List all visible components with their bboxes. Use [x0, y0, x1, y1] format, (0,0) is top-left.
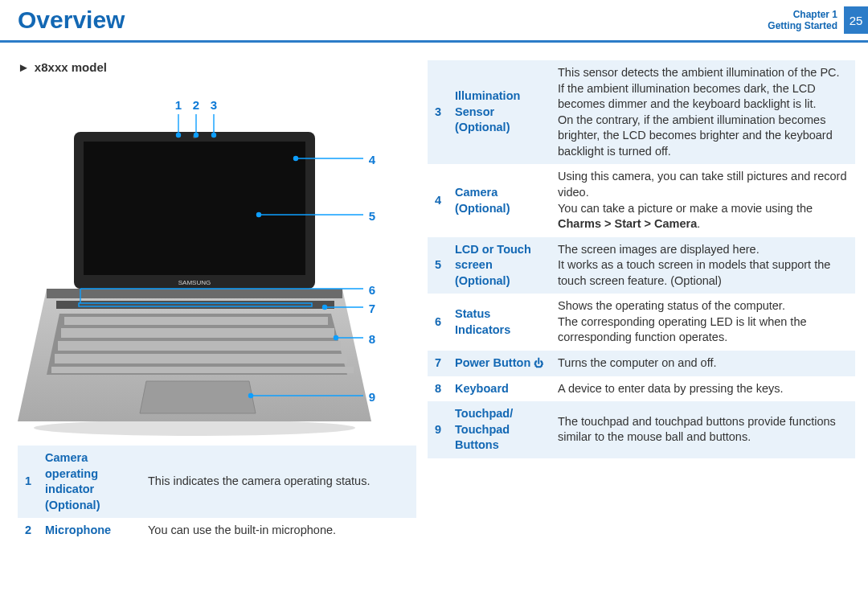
- left-column: ►x8xxx model: [18, 60, 428, 544]
- table-row: 5 LCD or Touch screen (Optional) The scr…: [428, 237, 855, 294]
- header-right: Chapter 1 Getting Started 25: [768, 6, 868, 34]
- row-label: Camera operating indicator (Optional): [39, 446, 141, 518]
- callout-3: 3: [208, 98, 219, 112]
- callout-8: 8: [366, 332, 378, 346]
- row-label: Touchpad/ Touchpad Buttons: [448, 401, 551, 458]
- laptop-diagram: SAMSUNG: [18, 92, 403, 437]
- row-desc: This sensor detects the ambient illumina…: [551, 60, 855, 164]
- table-row: 6 Status Indicators Shows the operating …: [428, 294, 855, 351]
- row-label: Microphone: [39, 518, 141, 544]
- svg-point-20: [212, 133, 216, 138]
- svg-point-31: [334, 336, 338, 340]
- table-row: 4 Camera (Optional) Using this camera, y…: [428, 164, 855, 236]
- model-heading: ►x8xxx model: [18, 60, 416, 74]
- svg-rect-10: [58, 341, 341, 351]
- svg-marker-13: [140, 381, 256, 413]
- page-content: ►x8xxx model: [0, 43, 868, 544]
- row-number: 6: [428, 294, 448, 351]
- callout-2: 2: [190, 98, 202, 112]
- svg-point-29: [323, 306, 327, 310]
- callout-5: 5: [366, 209, 378, 223]
- row-desc: The touchpad and touchpad buttons provid…: [551, 401, 855, 458]
- row-desc: Using this camera, you can take still pi…: [551, 164, 855, 236]
- callout-4: 4: [366, 153, 378, 166]
- row-desc: Shows the operating status of the comput…: [551, 294, 855, 351]
- row-label: Power Button ⏻: [448, 351, 551, 376]
- svg-point-24: [257, 213, 261, 217]
- section-label: Getting Started: [768, 20, 837, 31]
- svg-rect-12: [51, 367, 354, 373]
- svg-rect-9: [61, 328, 334, 338]
- callout-9: 9: [366, 390, 378, 404]
- table-row: 1 Camera operating indicator (Optional) …: [18, 446, 416, 518]
- play-icon: ►: [18, 60, 30, 74]
- row-label: LCD or Touch screen (Optional): [448, 237, 551, 294]
- svg-rect-6: [56, 301, 334, 309]
- table-row: 9 Touchpad/ Touchpad Buttons The touchpa…: [428, 401, 855, 458]
- callout-6: 6: [366, 283, 378, 297]
- callout-1: 1: [173, 98, 184, 112]
- row-label: Camera (Optional): [448, 164, 551, 236]
- header-meta: Chapter 1 Getting Started: [768, 9, 837, 32]
- row-desc: This indicates the camera operating stat…: [141, 446, 416, 518]
- page-header: Overview Chapter 1 Getting Started 25: [0, 0, 868, 43]
- row-number: 9: [428, 401, 448, 458]
- page-number-badge: 25: [844, 6, 868, 34]
- svg-text:SAMSUNG: SAMSUNG: [178, 279, 211, 286]
- row-desc: A device to enter data by pressing the k…: [551, 376, 855, 402]
- power-icon: ⏻: [534, 357, 543, 370]
- row-desc: You can use the built-in microphone.: [141, 518, 416, 544]
- row-desc: The screen images are displayed here. It…: [551, 237, 855, 294]
- laptop-image: SAMSUNG: [18, 92, 403, 437]
- svg-point-18: [194, 133, 199, 138]
- right-column: 3 Illumination Sensor (Optional) This se…: [428, 60, 855, 544]
- left-spec-table: 1 Camera operating indicator (Optional) …: [18, 446, 416, 544]
- row-number: 2: [18, 518, 39, 544]
- table-row: 2 Microphone You can use the built-in mi…: [18, 518, 416, 544]
- callout-7: 7: [366, 302, 378, 315]
- svg-point-33: [249, 394, 253, 398]
- row-number: 8: [428, 376, 448, 402]
- table-row: 8 Keyboard A device to enter data by pre…: [428, 376, 855, 402]
- page-title: Overview: [18, 6, 125, 34]
- svg-rect-2: [84, 142, 305, 275]
- chapter-label: Chapter 1: [768, 9, 837, 20]
- svg-rect-11: [55, 354, 347, 363]
- row-number: 3: [428, 60, 448, 164]
- row-label: Keyboard: [448, 376, 551, 402]
- svg-rect-5: [47, 289, 342, 298]
- table-row: 3 Illumination Sensor (Optional) This se…: [428, 60, 855, 164]
- row-number: 1: [18, 446, 39, 518]
- row-label: Status Indicators: [448, 294, 551, 351]
- svg-point-0: [34, 420, 355, 436]
- row-number: 5: [428, 237, 448, 294]
- row-label: Illumination Sensor (Optional): [448, 60, 551, 164]
- svg-point-16: [177, 133, 181, 138]
- svg-point-22: [294, 157, 298, 161]
- table-row: 7 Power Button ⏻ Turns the computer on a…: [428, 351, 855, 376]
- row-desc: Turns the computer on and off.: [551, 351, 855, 376]
- svg-rect-8: [64, 317, 328, 325]
- row-number: 7: [428, 351, 448, 376]
- right-spec-table: 3 Illumination Sensor (Optional) This se…: [428, 60, 855, 458]
- row-number: 4: [428, 164, 448, 236]
